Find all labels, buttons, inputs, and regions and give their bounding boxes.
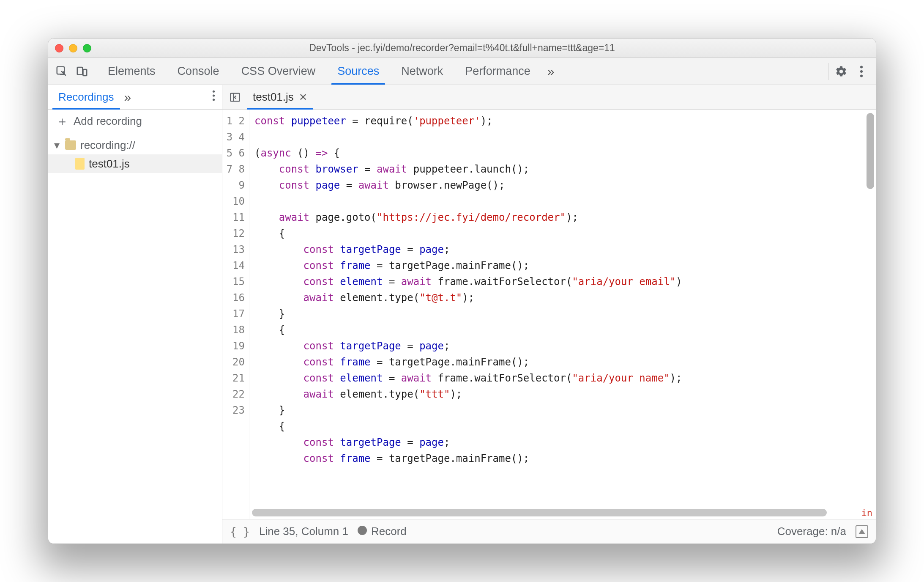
titlebar: DevTools - jec.fyi/demo/recorder?email=t… — [48, 38, 876, 58]
main-body: Recordings » ＋ Add recording ▾ recording… — [48, 85, 876, 544]
record-dot-icon — [358, 526, 367, 535]
sidebar: Recordings » ＋ Add recording ▾ recording… — [48, 85, 222, 544]
sidebar-more-tabs-icon[interactable]: » — [120, 90, 136, 104]
file-tree: ▾ recording:// test01.js — [48, 133, 222, 176]
kebab-menu-icon[interactable] — [851, 61, 872, 82]
record-button[interactable]: Record — [358, 525, 407, 538]
scroll-top-icon[interactable] — [856, 525, 868, 538]
editor-tab[interactable]: test01.js ✕ — [247, 85, 313, 109]
add-recording-label: Add recording — [74, 115, 142, 128]
panel-tab-network[interactable]: Network — [390, 58, 454, 85]
pretty-print-icon[interactable]: { } — [230, 525, 250, 538]
settings-icon[interactable] — [831, 61, 851, 82]
status-bar: { } Line 35, Column 1 Record Coverage: n… — [222, 519, 876, 544]
js-file-icon — [75, 158, 85, 170]
sidebar-tab-recordings[interactable]: Recordings — [52, 85, 120, 109]
toolbar-divider — [828, 63, 828, 80]
window-title: DevTools - jec.fyi/demo/recorder?email=t… — [48, 42, 876, 54]
editor-tab-label: test01.js — [253, 91, 294, 104]
svg-point-6 — [213, 91, 215, 93]
vertical-scroll-thumb[interactable] — [867, 113, 874, 189]
folder-icon — [65, 140, 76, 150]
svg-point-7 — [213, 94, 215, 96]
overflow-text: in — [861, 508, 873, 518]
main-toolbar: ElementsConsoleCSS OverviewSourcesNetwor… — [48, 58, 876, 85]
panel-tab-sources[interactable]: Sources — [326, 58, 390, 85]
coverage-label: Coverage: n/a — [777, 525, 846, 538]
tree-file-row[interactable]: test01.js — [48, 154, 222, 173]
folder-label: recording:// — [80, 139, 135, 152]
tree-folder-row[interactable]: ▾ recording:// — [48, 136, 222, 154]
file-label: test01.js — [89, 157, 130, 170]
horizontal-scroll-thumb[interactable] — [252, 509, 827, 516]
line-gutter: 1 2 3 4 5 6 7 8 9 10 11 12 13 14 15 16 1… — [222, 110, 249, 519]
add-recording-button[interactable]: ＋ Add recording — [48, 110, 222, 133]
svg-rect-1 — [77, 67, 83, 75]
panel-tab-elements[interactable]: Elements — [97, 58, 167, 85]
sidebar-tabs: Recordings » — [48, 85, 222, 110]
editor-tabs: test01.js ✕ — [222, 85, 876, 110]
plus-icon: ＋ — [56, 115, 68, 128]
editor-pane: test01.js ✕ 1 2 3 4 5 6 7 8 9 10 11 12 1… — [222, 85, 876, 544]
navigator-toggle-icon[interactable] — [227, 89, 243, 106]
svg-point-8 — [213, 99, 215, 101]
inspect-element-icon[interactable] — [52, 61, 72, 82]
panel-tabs: ElementsConsoleCSS OverviewSourcesNetwor… — [97, 58, 541, 85]
caret-down-icon: ▾ — [52, 139, 61, 152]
code-content[interactable]: const puppeteer = require('puppeteer'); … — [249, 110, 876, 519]
code-area: 1 2 3 4 5 6 7 8 9 10 11 12 13 14 15 16 1… — [222, 110, 876, 519]
device-toolbar-icon[interactable] — [72, 61, 92, 82]
sidebar-kebab-icon[interactable] — [208, 90, 219, 104]
svg-rect-2 — [83, 69, 87, 76]
svg-point-4 — [860, 70, 863, 72]
toolbar-divider — [94, 63, 94, 80]
cursor-position: Line 35, Column 1 — [259, 525, 348, 538]
svg-point-5 — [860, 74, 863, 77]
panel-tab-performance[interactable]: Performance — [454, 58, 541, 85]
svg-point-3 — [860, 66, 863, 68]
close-tab-icon[interactable]: ✕ — [299, 91, 307, 103]
vertical-scrollbar[interactable] — [867, 113, 874, 507]
panel-tab-console[interactable]: Console — [167, 58, 230, 85]
horizontal-scrollbar[interactable] — [252, 509, 867, 516]
panel-tab-css-overview[interactable]: CSS Overview — [230, 58, 327, 85]
more-tabs-icon[interactable]: » — [541, 64, 560, 79]
devtools-window: DevTools - jec.fyi/demo/recorder?email=t… — [48, 38, 876, 544]
